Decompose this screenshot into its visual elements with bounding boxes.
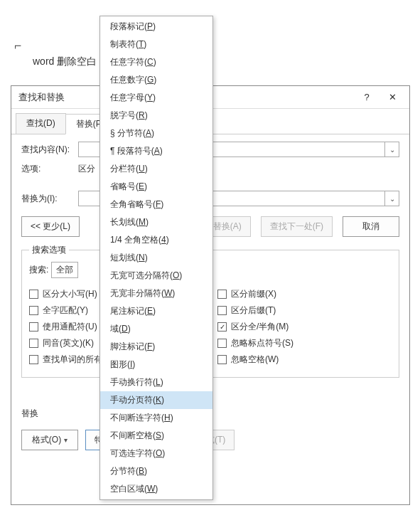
special-format-menu: 段落标记(P)制表符(T)任意字符(C)任意数字(G)任意字母(Y)脱字号(R)… <box>99 16 213 500</box>
menu-item[interactable]: 全角省略号(F) <box>100 196 212 213</box>
menu-item[interactable]: 制表符(T) <box>100 36 212 53</box>
search-options-legend: 搜索选项 <box>29 244 69 256</box>
menu-item[interactable]: 分栏符(U) <box>100 160 212 178</box>
options-value: 区分 <box>78 163 95 175</box>
checkbox-ignore-space[interactable]: 忽略空格(W) <box>217 354 392 366</box>
menu-item[interactable]: 无宽非分隔符(W) <box>100 285 212 302</box>
search-direction-label: 搜索: <box>29 264 48 276</box>
label-whole-word: 全字匹配(Y) <box>43 304 88 317</box>
menu-item[interactable]: 手动分页符(K) <box>100 391 212 409</box>
find-what-label: 查找内容(N): <box>21 144 78 156</box>
label-prefix: 区分前缀(X) <box>231 288 276 300</box>
menu-item[interactable]: 不间断空格(S) <box>100 427 212 445</box>
menu-item[interactable]: 短划线(N) <box>100 249 212 267</box>
menu-item[interactable]: 空白区域(W) <box>100 480 212 498</box>
close-button[interactable]: ✕ <box>379 88 405 107</box>
menu-item[interactable]: 段落标记(P) <box>100 18 212 36</box>
replace-with-dropdown[interactable]: ⌄ <box>384 191 399 206</box>
menu-item[interactable]: ¶ 段落符号(A) <box>100 142 212 160</box>
menu-item[interactable]: § 分节符(A) <box>100 124 212 142</box>
menu-item[interactable]: 长划线(M) <box>100 213 212 231</box>
menu-item[interactable]: 任意字母(Y) <box>100 89 212 107</box>
menu-item[interactable]: 任意数字(G) <box>100 71 212 89</box>
menu-item[interactable]: 分节符(B) <box>100 462 212 480</box>
menu-item[interactable]: 尾注标记(E) <box>100 302 212 320</box>
label-match-case: 区分大小写(H) <box>43 288 97 300</box>
format-button-label: 格式(O) <box>32 435 61 445</box>
checkbox-ignore-punct[interactable]: 忽略标点符号(S) <box>217 337 392 349</box>
menu-item[interactable]: 手动换行符(L) <box>100 373 212 391</box>
replace-with-label: 替换为(I): <box>21 193 78 205</box>
cancel-button[interactable]: 取消 <box>343 216 399 237</box>
options-label: 选项: <box>21 163 78 175</box>
menu-item[interactable]: 无宽可选分隔符(O) <box>100 267 212 285</box>
label-ignore-punct: 忽略标点符号(S) <box>231 337 294 349</box>
label-wildcards: 使用通配符(U) <box>43 321 97 333</box>
background-text: word 删除空白 <box>33 55 97 68</box>
checkbox-full-half[interactable]: 区分全/半角(M) <box>217 321 392 333</box>
label-suffix: 区分后缀(T) <box>231 304 276 317</box>
menu-item[interactable]: 脚注标记(F) <box>100 338 212 356</box>
find-what-dropdown[interactable]: ⌄ <box>384 142 399 157</box>
menu-item[interactable]: 1/4 全角空格(4) <box>100 231 212 249</box>
label-full-half: 区分全/半角(M) <box>231 321 289 333</box>
doc-cursor: ⌐ <box>14 38 21 53</box>
help-button[interactable]: ? <box>354 88 379 107</box>
search-direction-select[interactable]: 全部 <box>51 262 78 278</box>
label-sounds-like: 同音(英文)(K) <box>43 337 94 349</box>
checkbox-prefix[interactable]: 区分前缀(X) <box>217 288 392 300</box>
tab-find[interactable]: 查找(D) <box>16 113 66 134</box>
menu-item[interactable]: 省略号(E) <box>100 178 212 196</box>
menu-item[interactable]: 可选连字符(O) <box>100 445 212 462</box>
format-button[interactable]: 格式(O) <box>21 430 78 450</box>
menu-item[interactable]: 脱字号(R) <box>100 107 212 124</box>
menu-item[interactable]: 不间断连字符(H) <box>100 409 212 427</box>
checkbox-suffix[interactable]: 区分后缀(T) <box>217 304 392 317</box>
menu-item[interactable]: 域(D) <box>100 320 212 338</box>
label-ignore-space: 忽略空格(W) <box>231 354 279 366</box>
menu-item[interactable]: 任意字符(C) <box>100 53 212 71</box>
find-next-button[interactable]: 查找下一处(F) <box>261 216 333 237</box>
menu-item[interactable]: 图形(I) <box>100 356 212 373</box>
less-button[interactable]: << 更少(L) <box>21 216 80 237</box>
